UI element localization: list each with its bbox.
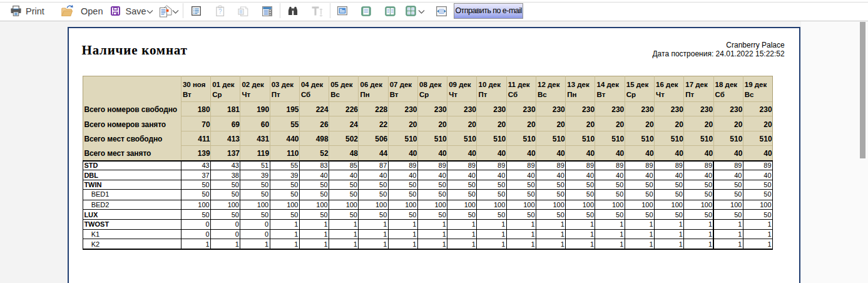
svg-text:?: ?: [218, 8, 222, 15]
